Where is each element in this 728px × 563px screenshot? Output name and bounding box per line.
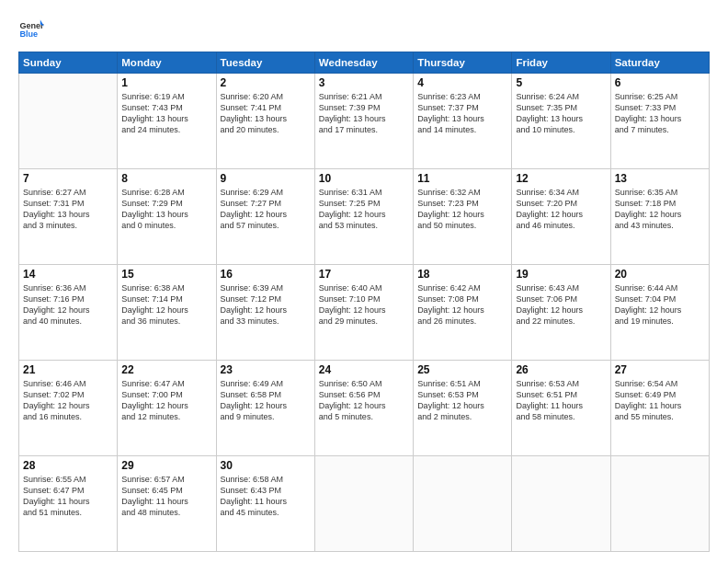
day-number: 23 — [221, 363, 311, 376]
calendar-cell: 22Sunrise: 6:47 AMSunset: 7:00 PMDayligh… — [118, 361, 216, 456]
calendar-cell: 18Sunrise: 6:42 AMSunset: 7:08 PMDayligh… — [414, 265, 512, 361]
cell-info: Sunrise: 6:46 AMSunset: 7:02 PMDaylight:… — [23, 378, 113, 423]
day-number: 21 — [23, 363, 113, 376]
cell-info: Sunrise: 6:35 AMSunset: 7:18 PMDaylight:… — [615, 187, 705, 232]
cell-info: Sunrise: 6:24 AMSunset: 7:35 PMDaylight:… — [516, 91, 606, 136]
calendar-cell: 20Sunrise: 6:44 AMSunset: 7:04 PMDayligh… — [610, 265, 709, 361]
day-number: 11 — [417, 172, 507, 185]
calendar-cell — [414, 456, 512, 552]
day-number: 1 — [121, 76, 211, 89]
calendar-cell: 24Sunrise: 6:50 AMSunset: 6:56 PMDayligh… — [314, 361, 413, 456]
weekday-header-wednesday: Wednesday — [314, 52, 413, 74]
cell-info: Sunrise: 6:40 AMSunset: 7:10 PMDaylight:… — [319, 282, 409, 327]
calendar-cell — [19, 74, 118, 169]
cell-info: Sunrise: 6:27 AMSunset: 7:31 PMDaylight:… — [23, 187, 113, 232]
day-number: 20 — [615, 268, 705, 281]
weekday-header-row: SundayMondayTuesdayWednesdayThursdayFrid… — [19, 52, 710, 74]
day-number: 26 — [516, 363, 606, 376]
cell-info: Sunrise: 6:23 AMSunset: 7:37 PMDaylight:… — [417, 91, 507, 136]
cell-info: Sunrise: 6:32 AMSunset: 7:23 PMDaylight:… — [417, 187, 507, 232]
calendar-cell: 25Sunrise: 6:51 AMSunset: 6:53 PMDayligh… — [414, 361, 512, 456]
calendar-cell: 23Sunrise: 6:49 AMSunset: 6:58 PMDayligh… — [216, 361, 314, 456]
calendar-cell: 26Sunrise: 6:53 AMSunset: 6:51 PMDayligh… — [512, 361, 610, 456]
calendar-cell: 12Sunrise: 6:34 AMSunset: 7:20 PMDayligh… — [512, 169, 610, 265]
weekday-header-saturday: Saturday — [610, 52, 709, 74]
day-number: 9 — [221, 172, 311, 185]
day-number: 29 — [121, 459, 211, 472]
calendar-cell: 21Sunrise: 6:46 AMSunset: 7:02 PMDayligh… — [19, 361, 118, 456]
day-number: 4 — [417, 76, 507, 89]
day-number: 13 — [615, 172, 705, 185]
cell-info: Sunrise: 6:54 AMSunset: 6:49 PMDaylight:… — [615, 378, 705, 423]
page: General Blue SundayMondayTuesdayWednesda… — [0, 0, 728, 563]
calendar-table: SundayMondayTuesdayWednesdayThursdayFrid… — [18, 52, 710, 552]
weekday-header-monday: Monday — [118, 52, 216, 74]
calendar-cell: 2Sunrise: 6:20 AMSunset: 7:41 PMDaylight… — [216, 74, 314, 169]
cell-info: Sunrise: 6:50 AMSunset: 6:56 PMDaylight:… — [319, 378, 409, 423]
cell-info: Sunrise: 6:19 AMSunset: 7:43 PMDaylight:… — [121, 91, 211, 136]
calendar-cell: 29Sunrise: 6:57 AMSunset: 6:45 PMDayligh… — [118, 456, 216, 552]
cell-info: Sunrise: 6:51 AMSunset: 6:53 PMDaylight:… — [417, 378, 507, 423]
day-number: 10 — [319, 172, 409, 185]
weekday-header-tuesday: Tuesday — [216, 52, 314, 74]
day-number: 6 — [615, 76, 705, 89]
cell-info: Sunrise: 6:20 AMSunset: 7:41 PMDaylight:… — [221, 91, 311, 136]
weekday-header-friday: Friday — [512, 52, 610, 74]
day-number: 27 — [615, 363, 705, 376]
header: General Blue — [18, 17, 710, 42]
week-row-2: 7Sunrise: 6:27 AMSunset: 7:31 PMDaylight… — [19, 169, 710, 265]
cell-info: Sunrise: 6:42 AMSunset: 7:08 PMDaylight:… — [417, 282, 507, 327]
cell-info: Sunrise: 6:49 AMSunset: 6:58 PMDaylight:… — [221, 378, 311, 423]
day-number: 19 — [516, 268, 606, 281]
cell-info: Sunrise: 6:36 AMSunset: 7:16 PMDaylight:… — [23, 282, 113, 327]
weekday-header-thursday: Thursday — [414, 52, 512, 74]
day-number: 3 — [319, 76, 409, 89]
day-number: 16 — [221, 268, 311, 281]
cell-info: Sunrise: 6:31 AMSunset: 7:25 PMDaylight:… — [319, 187, 409, 232]
day-number: 25 — [417, 363, 507, 376]
day-number: 8 — [121, 172, 211, 185]
cell-info: Sunrise: 6:38 AMSunset: 7:14 PMDaylight:… — [121, 282, 211, 327]
calendar-cell — [512, 456, 610, 552]
day-number: 15 — [121, 268, 211, 281]
calendar-cell: 7Sunrise: 6:27 AMSunset: 7:31 PMDaylight… — [19, 169, 118, 265]
cell-info: Sunrise: 6:47 AMSunset: 7:00 PMDaylight:… — [121, 378, 211, 423]
day-number: 30 — [221, 459, 311, 472]
calendar-cell: 10Sunrise: 6:31 AMSunset: 7:25 PMDayligh… — [314, 169, 413, 265]
cell-info: Sunrise: 6:25 AMSunset: 7:33 PMDaylight:… — [615, 91, 705, 136]
day-number: 7 — [23, 172, 113, 185]
day-number: 24 — [319, 363, 409, 376]
day-number: 14 — [23, 268, 113, 281]
day-number: 2 — [221, 76, 311, 89]
calendar-cell: 6Sunrise: 6:25 AMSunset: 7:33 PMDaylight… — [610, 74, 709, 169]
calendar-cell: 28Sunrise: 6:55 AMSunset: 6:47 PMDayligh… — [19, 456, 118, 552]
calendar-cell: 17Sunrise: 6:40 AMSunset: 7:10 PMDayligh… — [314, 265, 413, 361]
calendar-cell — [610, 456, 709, 552]
calendar-cell: 3Sunrise: 6:21 AMSunset: 7:39 PMDaylight… — [314, 74, 413, 169]
day-number: 22 — [121, 363, 211, 376]
logo-icon: General Blue — [18, 17, 44, 42]
cell-info: Sunrise: 6:39 AMSunset: 7:12 PMDaylight:… — [221, 282, 311, 327]
calendar-cell: 4Sunrise: 6:23 AMSunset: 7:37 PMDaylight… — [414, 74, 512, 169]
week-row-1: 1Sunrise: 6:19 AMSunset: 7:43 PMDaylight… — [19, 74, 710, 169]
cell-info: Sunrise: 6:43 AMSunset: 7:06 PMDaylight:… — [516, 282, 606, 327]
week-row-5: 28Sunrise: 6:55 AMSunset: 6:47 PMDayligh… — [19, 456, 710, 552]
calendar-cell — [314, 456, 413, 552]
cell-info: Sunrise: 6:34 AMSunset: 7:20 PMDaylight:… — [516, 187, 606, 232]
day-number: 28 — [23, 459, 113, 472]
calendar-cell: 27Sunrise: 6:54 AMSunset: 6:49 PMDayligh… — [610, 361, 709, 456]
cell-info: Sunrise: 6:44 AMSunset: 7:04 PMDaylight:… — [615, 282, 705, 327]
calendar-cell: 16Sunrise: 6:39 AMSunset: 7:12 PMDayligh… — [216, 265, 314, 361]
calendar-cell: 15Sunrise: 6:38 AMSunset: 7:14 PMDayligh… — [118, 265, 216, 361]
logo: General Blue — [18, 17, 44, 42]
calendar-cell: 11Sunrise: 6:32 AMSunset: 7:23 PMDayligh… — [414, 169, 512, 265]
day-number: 12 — [516, 172, 606, 185]
week-row-3: 14Sunrise: 6:36 AMSunset: 7:16 PMDayligh… — [19, 265, 710, 361]
week-row-4: 21Sunrise: 6:46 AMSunset: 7:02 PMDayligh… — [19, 361, 710, 456]
day-number: 18 — [417, 268, 507, 281]
cell-info: Sunrise: 6:21 AMSunset: 7:39 PMDaylight:… — [319, 91, 409, 136]
cell-info: Sunrise: 6:53 AMSunset: 6:51 PMDaylight:… — [516, 378, 606, 423]
cell-info: Sunrise: 6:55 AMSunset: 6:47 PMDaylight:… — [23, 474, 113, 519]
cell-info: Sunrise: 6:58 AMSunset: 6:43 PMDaylight:… — [221, 474, 311, 519]
calendar-cell: 30Sunrise: 6:58 AMSunset: 6:43 PMDayligh… — [216, 456, 314, 552]
